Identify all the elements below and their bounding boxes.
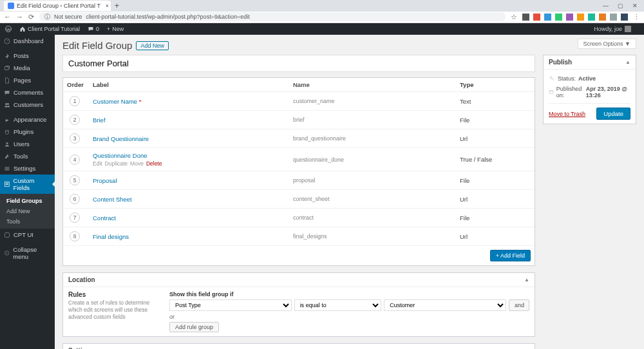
ext-icon[interactable] bbox=[621, 14, 628, 21]
edit-action[interactable]: Edit bbox=[93, 160, 102, 167]
ext-icon[interactable] bbox=[533, 14, 540, 21]
field-label-link[interactable]: Content Sheet bbox=[93, 196, 132, 203]
field-label-link[interactable]: Final designs bbox=[93, 233, 129, 240]
field-row[interactable]: 5ProposalproposalFile bbox=[63, 171, 535, 190]
field-row[interactable]: 7ContractcontractFile bbox=[63, 209, 535, 227]
tab-strip: Edit Field Group ‹ Client Portal T × + —… bbox=[0, 0, 644, 12]
sidebar-label: Pages bbox=[14, 77, 31, 84]
sidebar-label: Dashboard bbox=[14, 37, 43, 44]
sidebar-item-comments[interactable]: Comments bbox=[0, 86, 55, 99]
order-handle[interactable]: 1 bbox=[70, 96, 80, 106]
sidebar-item-tools[interactable]: Tools bbox=[0, 150, 55, 162]
new-tab-button[interactable]: + bbox=[115, 1, 119, 10]
duplicate-action[interactable]: Duplicate bbox=[105, 160, 128, 167]
sub-item-add-new[interactable]: Add New bbox=[0, 206, 55, 216]
tool-icon bbox=[4, 153, 10, 160]
sidebar-item-pages[interactable]: Pages bbox=[0, 74, 55, 86]
sidebar-label: Settings bbox=[14, 165, 35, 172]
sidebar-item-customers[interactable]: Customers bbox=[0, 99, 55, 111]
field-row[interactable]: 6Content Sheetcontent_sheetUrl bbox=[63, 190, 535, 209]
and-button[interactable]: and bbox=[509, 299, 529, 311]
maximize-icon[interactable]: ▢ bbox=[618, 3, 623, 9]
rule-value-select[interactable]: Customer bbox=[384, 299, 506, 311]
order-handle[interactable]: 6 bbox=[70, 194, 80, 204]
ext-icon[interactable] bbox=[610, 14, 617, 21]
close-icon[interactable]: × bbox=[106, 3, 109, 9]
sub-item-tools[interactable]: Tools bbox=[0, 216, 55, 227]
field-row[interactable]: 4Questionnaire DoneEditDuplicateMoveDele… bbox=[63, 148, 535, 171]
sidebar-collapse[interactable]: Collapse menu bbox=[0, 243, 55, 263]
user-menu[interactable]: Howdy, joe bbox=[594, 26, 631, 32]
delete-action[interactable]: Delete bbox=[146, 160, 162, 167]
sidebar-item-custom-fields[interactable]: Custom Fields bbox=[0, 174, 55, 194]
field-row[interactable]: 3Brand Questionnairebrand_questionnaireU… bbox=[63, 129, 535, 148]
svg-rect-10 bbox=[6, 184, 8, 185]
order-handle[interactable]: 2 bbox=[70, 115, 80, 125]
menu-icon[interactable]: ⋮ bbox=[633, 13, 640, 21]
ext-icon[interactable] bbox=[588, 14, 595, 21]
wp-logo[interactable] bbox=[5, 26, 12, 32]
move-to-trash-link[interactable]: Move to Trash bbox=[549, 111, 585, 117]
sidebar-label: Appearance bbox=[14, 116, 46, 123]
acf-icon bbox=[4, 181, 10, 187]
sidebar-label: CPT UI bbox=[14, 231, 33, 238]
site-link[interactable]: Client Portal Tutorial bbox=[19, 26, 80, 32]
new-link[interactable]: + New bbox=[107, 26, 124, 32]
order-handle[interactable]: 4 bbox=[70, 155, 80, 165]
add-new-button[interactable]: Add New bbox=[136, 41, 169, 50]
svg-rect-7 bbox=[5, 169, 10, 170]
browser-tab[interactable]: Edit Field Group ‹ Client Portal T × bbox=[4, 1, 111, 11]
reload-icon[interactable]: ⟳ bbox=[28, 13, 34, 21]
sidebar-item-plugins[interactable]: Plugins bbox=[0, 126, 55, 138]
rule-param-select[interactable]: Post Type bbox=[169, 299, 292, 311]
fields-metabox: Order Label Name Type 1Customer Name *cu… bbox=[62, 77, 535, 266]
chevron-up-icon[interactable]: ▲ bbox=[524, 277, 529, 283]
sidebar-item-users[interactable]: Users bbox=[0, 138, 55, 150]
sidebar-item-appearance[interactable]: Appearance bbox=[0, 113, 55, 126]
forward-icon[interactable]: → bbox=[16, 13, 23, 21]
ext-icon[interactable] bbox=[544, 14, 551, 21]
minimize-icon[interactable]: — bbox=[603, 3, 609, 9]
add-field-button[interactable]: + Add Field bbox=[490, 250, 531, 261]
chevron-up-icon[interactable]: ▲ bbox=[625, 59, 630, 65]
sidebar-item-posts[interactable]: Posts bbox=[0, 50, 55, 62]
sidebar-label: Users bbox=[14, 140, 30, 147]
address-bar[interactable]: ⓘ Not secure client-portal-tutorial.test… bbox=[39, 12, 506, 21]
back-icon[interactable]: ← bbox=[4, 13, 11, 21]
ext-icon[interactable] bbox=[555, 14, 562, 21]
star-icon[interactable]: ☆ bbox=[511, 13, 517, 21]
sidebar-item-settings[interactable]: Settings bbox=[0, 162, 55, 174]
comments-link[interactable]: 0 bbox=[88, 26, 99, 32]
field-label-link[interactable]: Questionnaire Done bbox=[93, 152, 147, 159]
field-row[interactable]: 8Final designsfinal_designsUrl bbox=[63, 227, 535, 246]
group-title-input[interactable] bbox=[62, 55, 535, 72]
order-handle[interactable]: 8 bbox=[70, 231, 80, 241]
field-row[interactable]: 2BriefbriefFile bbox=[63, 111, 535, 129]
order-handle[interactable]: 3 bbox=[70, 133, 80, 144]
field-label-link[interactable]: Proposal bbox=[93, 177, 117, 184]
order-handle[interactable]: 7 bbox=[70, 212, 80, 223]
field-label-link[interactable]: Brand Questionnaire bbox=[93, 135, 149, 142]
rule-operator-select[interactable]: is equal to bbox=[294, 299, 382, 311]
sub-item-field-groups[interactable]: Field Groups bbox=[0, 196, 55, 206]
move-action[interactable]: Move bbox=[130, 160, 144, 167]
sidebar-item-dashboard[interactable]: Dashboard bbox=[0, 35, 55, 47]
add-rule-group-button[interactable]: Add rule group bbox=[169, 322, 219, 332]
page-icon bbox=[4, 77, 10, 84]
field-label-link[interactable]: Contract bbox=[93, 214, 116, 222]
ext-icon[interactable] bbox=[577, 14, 584, 21]
ext-icon[interactable] bbox=[522, 14, 529, 21]
location-title: Location bbox=[68, 276, 95, 283]
ext-icon[interactable] bbox=[566, 14, 573, 21]
update-button[interactable]: Update bbox=[596, 108, 630, 120]
field-label-link[interactable]: Customer Name * bbox=[93, 98, 142, 105]
sidebar-item-cpt-ui[interactable]: CPT UI bbox=[0, 229, 55, 241]
close-window-icon[interactable]: ✕ bbox=[632, 3, 638, 9]
sidebar-item-media[interactable]: Media bbox=[0, 62, 55, 74]
field-label-link[interactable]: Brief bbox=[93, 117, 106, 124]
ext-icon[interactable] bbox=[599, 14, 606, 21]
field-row[interactable]: 1Customer Name *customer_nameText bbox=[63, 92, 535, 111]
screen-options-button[interactable]: Screen Options ▼ bbox=[578, 39, 636, 49]
order-handle[interactable]: 5 bbox=[70, 175, 80, 185]
svg-point-3 bbox=[7, 103, 9, 105]
